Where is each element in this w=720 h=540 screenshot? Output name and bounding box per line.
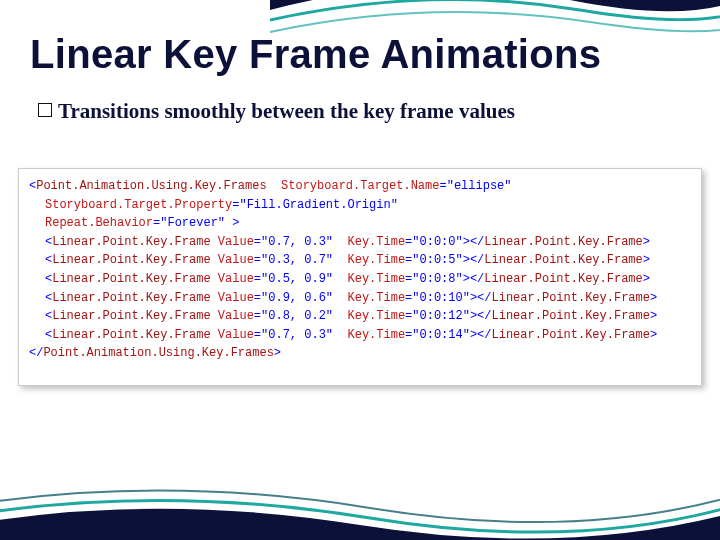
bullet-square-icon (38, 103, 52, 117)
code-keyframe-line: <Linear.Point.Key.Frame Value="0.9, 0.6"… (29, 289, 691, 308)
code-keyframe-line: <Linear.Point.Key.Frame Value="0.8, 0.2"… (29, 307, 691, 326)
code-keyframe-line: <Linear.Point.Key.Frame Value="0.5, 0.9"… (29, 270, 691, 289)
slide-title: Linear Key Frame Animations (30, 32, 601, 77)
code-keyframe-line: <Linear.Point.Key.Frame Value="0.3, 0.7"… (29, 251, 691, 270)
code-keyframe-line: <Linear.Point.Key.Frame Value="0.7, 0.3"… (29, 233, 691, 252)
code-keyframe-line: <Linear.Point.Key.Frame Value="0.7, 0.3"… (29, 326, 691, 345)
code-panel: <Point.Animation.Using.Key.Frames Storyb… (18, 168, 702, 386)
bullet-item: Transitions smoothly between the key fra… (38, 98, 680, 124)
decorative-swoosh-bottom (0, 470, 720, 540)
bullet-text: Transitions smoothly between the key fra… (58, 98, 515, 124)
